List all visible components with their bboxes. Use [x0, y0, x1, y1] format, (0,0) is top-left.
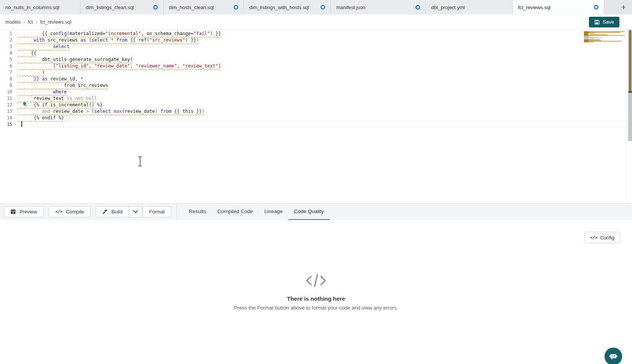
file-tab[interactable]: no_nulls_in_columns.sql — [0, 0, 80, 14]
code-token: review_id, — [48, 76, 81, 82]
scrollbar-cursor-mark — [628, 91, 632, 93]
lightbulb-icon[interactable] — [22, 101, 27, 107]
code-token: %} — [56, 115, 64, 120]
editor-scrollbar[interactable] — [628, 30, 632, 141]
code-token: this — [183, 109, 194, 114]
breadcrumb-segment[interactable]: fct_reviews.sql — [40, 19, 71, 25]
file-tab-label: dbt_project.yml — [431, 5, 465, 10]
code-token: is not null — [67, 96, 97, 101]
line-number: 2 — [0, 37, 12, 43]
code-token: > — [86, 109, 89, 114]
format-button[interactable]: Format — [143, 206, 171, 217]
robot-icon — [608, 351, 618, 361]
build-dropdown-button[interactable] — [128, 207, 142, 217]
compile-button[interactable]: </> Compile — [49, 206, 90, 217]
file-tab[interactable]: dim_listings_with_hosts.sql — [244, 0, 331, 14]
code-token — [86, 37, 89, 43]
code-line[interactable]: ["listing_id", "review_date", "reviewer_… — [17, 63, 221, 69]
preview-button[interactable]: Preview — [4, 206, 43, 217]
code-token — [172, 109, 174, 114]
code-token: "review_date" — [94, 63, 130, 69]
chat-assistant-button[interactable] — [605, 348, 622, 364]
code-token: config — [50, 31, 67, 36]
line-number: 5 — [0, 56, 12, 63]
code-line[interactable]: dbt_utils.generate_surrogate_key( — [17, 56, 133, 63]
save-button-label: Save — [603, 19, 614, 25]
code-token: ) — [196, 37, 199, 43]
file-tab[interactable]: manifest.json — [331, 0, 426, 14]
file-tab[interactable]: dim_hosts_clean.sql — [164, 0, 244, 14]
build-button[interactable]: Build — [96, 207, 128, 217]
editor-minimap[interactable] — [584, 31, 627, 43]
line-number: 1 — [0, 30, 12, 37]
panel-tab-code-quality[interactable]: Code Quality — [289, 204, 330, 220]
line-number: 10 — [0, 89, 12, 95]
new-tab-button[interactable]: + — [615, 0, 632, 14]
file-tab[interactable]: dim_listings_clean.sql — [80, 0, 164, 14]
code-line[interactable]: review_text is not null — [17, 95, 97, 102]
line-number: 9 — [0, 82, 12, 89]
result-panel-tabs: ResultsCompiled CodeLineageCode Quality — [183, 204, 329, 220]
panel-tab-results[interactable]: Results — [183, 204, 212, 220]
format-button-label: Format — [149, 209, 165, 215]
config-button-label: Config — [600, 235, 614, 241]
code-line[interactable]: ) — [17, 69, 45, 76]
line-number: 14 — [0, 115, 12, 121]
unsaved-dot[interactable] — [234, 5, 238, 10]
minimap-line — [584, 42, 594, 42]
file-tab-label: manifest.json — [336, 5, 366, 10]
file-tab-bar: no_nulls_in_columns.sqldim_listings_clea… — [0, 0, 632, 14]
code-quality-panel: </> Config There is nothing here Press t… — [0, 220, 632, 364]
file-tab[interactable]: dbt_project.yml — [426, 0, 513, 14]
code-line[interactable]: and review_date > (select max(review_dat… — [17, 108, 204, 115]
unsaved-dot[interactable] — [415, 5, 420, 10]
breadcrumb-separator: › — [35, 19, 37, 25]
code-line[interactable]: {% endif %} — [17, 115, 64, 121]
unsaved-dot[interactable] — [153, 5, 158, 10]
unsaved-dot[interactable] — [321, 5, 325, 10]
code-token — [108, 37, 111, 43]
code-line[interactable]: {{ config(materialized="incremental", on… — [17, 30, 221, 37]
file-tab[interactable]: fct_reviews.sql — [513, 0, 604, 14]
line-number: 15 — [0, 121, 12, 128]
code-line[interactable]: where — [17, 89, 67, 95]
panel-tab-compiled-code[interactable]: Compiled Code — [212, 204, 258, 220]
code-line[interactable]: from src_reviews — [17, 82, 108, 89]
line-number: 12 — [0, 102, 12, 108]
empty-state: There is nothing here Press the Format b… — [0, 273, 632, 311]
file-tab-label: fct_reviews.sql — [518, 5, 550, 10]
code-token: {% — [34, 115, 42, 120]
code-line[interactable]: with src_reviews as (select * from {{ re… — [17, 37, 199, 43]
breadcrumb: models›fct›fct_reviews.sql — [5, 19, 71, 25]
empty-state-title: There is nothing here — [287, 295, 345, 302]
save-button[interactable]: Save — [589, 17, 619, 27]
config-button[interactable]: </> Config — [584, 232, 620, 243]
code-editor[interactable]: 123456789101112131415 {{ config(material… — [0, 30, 632, 203]
breadcrumb-segment[interactable]: fct — [28, 19, 33, 25]
code-slash-icon — [305, 273, 327, 289]
code-line[interactable]: {% if is_incremental() %} — [17, 102, 103, 108]
code-token: review_date — [50, 109, 86, 114]
code-line[interactable]: select — [17, 43, 69, 50]
code-token: }} — [34, 76, 42, 82]
code-token: as — [80, 37, 86, 43]
code-line[interactable]: }} as review_id, * — [17, 76, 83, 82]
panel-tab-lineage[interactable]: Lineage — [258, 204, 288, 220]
code-token: , on_schema_change= — [141, 31, 193, 36]
code-token — [158, 109, 160, 114]
code-token: ) }} — [210, 31, 221, 36]
code-token: ref — [138, 37, 147, 43]
code-line[interactable]: {{ — [17, 50, 37, 56]
breadcrumb-segment[interactable]: models — [5, 19, 21, 25]
code-token: select — [94, 109, 111, 114]
ibeam-mouse-cursor — [137, 156, 143, 168]
hammer-icon — [102, 209, 108, 215]
scrollbar-warning-marks — [629, 30, 631, 93]
code-token: }} — [194, 109, 202, 114]
code-token: where — [53, 89, 67, 95]
unsaved-dot[interactable] — [594, 5, 598, 10]
empty-state-subtitle: Press the Format button above to format … — [234, 305, 398, 311]
preview-button-label: Preview — [19, 209, 37, 215]
minimap-line — [584, 35, 625, 36]
chevron-down-icon — [133, 210, 138, 213]
